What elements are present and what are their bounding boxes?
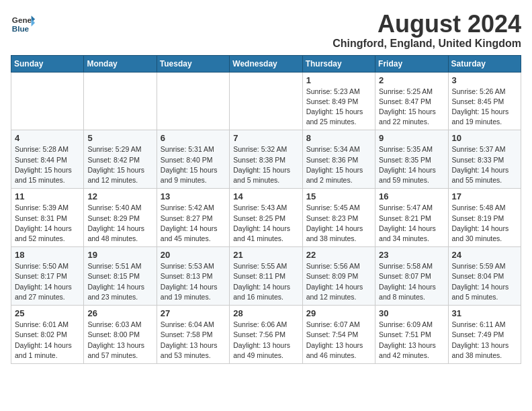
location-subtitle: Chingford, England, United Kingdom bbox=[332, 38, 521, 50]
calendar-cell: 6Sunrise: 5:31 AM Sunset: 8:40 PM Daylig… bbox=[157, 130, 229, 189]
day-info: Sunrise: 5:56 AM Sunset: 8:09 PM Dayligh… bbox=[306, 261, 371, 302]
day-number: 17 bbox=[452, 191, 517, 201]
calendar-cell: 24Sunrise: 5:59 AM Sunset: 8:04 PM Dayli… bbox=[448, 247, 521, 306]
day-number: 24 bbox=[452, 250, 517, 260]
day-info: Sunrise: 5:23 AM Sunset: 8:49 PM Dayligh… bbox=[306, 87, 371, 128]
calendar-cell: 12Sunrise: 5:40 AM Sunset: 8:29 PM Dayli… bbox=[84, 189, 157, 247]
day-number: 20 bbox=[161, 250, 226, 260]
week-row-5: 25Sunrise: 6:01 AM Sunset: 8:02 PM Dayli… bbox=[11, 306, 521, 364]
day-number: 13 bbox=[161, 191, 226, 201]
logo-icon: General Blue bbox=[11, 11, 35, 35]
day-info: Sunrise: 6:04 AM Sunset: 7:58 PM Dayligh… bbox=[161, 320, 226, 361]
calendar-cell: 13Sunrise: 5:42 AM Sunset: 8:27 PM Dayli… bbox=[157, 189, 229, 247]
title-block: August 2024 Chingford, England, United K… bbox=[332, 11, 521, 50]
calendar-cell: 4Sunrise: 5:28 AM Sunset: 8:44 PM Daylig… bbox=[11, 130, 84, 189]
calendar-cell: 1Sunrise: 5:23 AM Sunset: 8:49 PM Daylig… bbox=[302, 72, 375, 130]
day-number: 12 bbox=[87, 191, 152, 201]
day-info: Sunrise: 5:39 AM Sunset: 8:31 PM Dayligh… bbox=[15, 203, 80, 244]
calendar-cell: 17Sunrise: 5:48 AM Sunset: 8:19 PM Dayli… bbox=[448, 189, 521, 247]
calendar-cell: 20Sunrise: 5:53 AM Sunset: 8:13 PM Dayli… bbox=[157, 247, 229, 306]
day-number: 19 bbox=[87, 250, 152, 260]
calendar-cell: 7Sunrise: 5:32 AM Sunset: 8:38 PM Daylig… bbox=[230, 130, 302, 189]
svg-text:Blue: Blue bbox=[12, 24, 30, 33]
calendar-cell: 27Sunrise: 6:04 AM Sunset: 7:58 PM Dayli… bbox=[157, 306, 229, 364]
day-number: 27 bbox=[161, 308, 226, 318]
day-info: Sunrise: 5:42 AM Sunset: 8:27 PM Dayligh… bbox=[161, 203, 226, 244]
day-info: Sunrise: 5:50 AM Sunset: 8:17 PM Dayligh… bbox=[15, 261, 80, 302]
calendar-cell: 14Sunrise: 5:43 AM Sunset: 8:25 PM Dayli… bbox=[230, 189, 302, 247]
day-number: 8 bbox=[306, 133, 371, 143]
calendar-cell: 10Sunrise: 5:37 AM Sunset: 8:33 PM Dayli… bbox=[448, 130, 521, 189]
day-info: Sunrise: 5:35 AM Sunset: 8:35 PM Dayligh… bbox=[379, 144, 444, 185]
day-info: Sunrise: 5:45 AM Sunset: 8:23 PM Dayligh… bbox=[306, 203, 371, 244]
day-info: Sunrise: 5:29 AM Sunset: 8:42 PM Dayligh… bbox=[87, 144, 152, 185]
column-header-row: SundayMondayTuesdayWednesdayThursdayFrid… bbox=[11, 55, 521, 72]
day-info: Sunrise: 6:06 AM Sunset: 7:56 PM Dayligh… bbox=[233, 320, 298, 361]
day-number: 11 bbox=[15, 191, 80, 201]
day-info: Sunrise: 5:55 AM Sunset: 8:11 PM Dayligh… bbox=[233, 261, 298, 302]
calendar-cell: 30Sunrise: 6:09 AM Sunset: 7:51 PM Dayli… bbox=[375, 306, 448, 364]
day-number: 5 bbox=[87, 133, 152, 143]
day-info: Sunrise: 5:28 AM Sunset: 8:44 PM Dayligh… bbox=[15, 144, 80, 185]
day-info: Sunrise: 5:40 AM Sunset: 8:29 PM Dayligh… bbox=[87, 203, 152, 244]
col-header-monday: Monday bbox=[84, 55, 157, 72]
col-header-thursday: Thursday bbox=[302, 55, 375, 72]
calendar-table: SundayMondayTuesdayWednesdayThursdayFrid… bbox=[11, 55, 521, 364]
day-info: Sunrise: 5:53 AM Sunset: 8:13 PM Dayligh… bbox=[161, 261, 226, 302]
calendar-cell: 11Sunrise: 5:39 AM Sunset: 8:31 PM Dayli… bbox=[11, 189, 84, 247]
day-number: 3 bbox=[452, 75, 517, 85]
calendar-cell: 29Sunrise: 6:07 AM Sunset: 7:54 PM Dayli… bbox=[302, 306, 375, 364]
day-info: Sunrise: 5:47 AM Sunset: 8:21 PM Dayligh… bbox=[379, 203, 444, 244]
day-number: 26 bbox=[87, 308, 152, 318]
calendar-cell: 2Sunrise: 5:25 AM Sunset: 8:47 PM Daylig… bbox=[375, 72, 448, 130]
day-info: Sunrise: 5:59 AM Sunset: 8:04 PM Dayligh… bbox=[452, 261, 517, 302]
day-number: 6 bbox=[161, 133, 226, 143]
day-number: 22 bbox=[306, 250, 371, 260]
calendar-cell: 5Sunrise: 5:29 AM Sunset: 8:42 PM Daylig… bbox=[84, 130, 157, 189]
day-info: Sunrise: 5:37 AM Sunset: 8:33 PM Dayligh… bbox=[452, 144, 517, 185]
calendar-cell: 26Sunrise: 6:03 AM Sunset: 8:00 PM Dayli… bbox=[84, 306, 157, 364]
day-number: 7 bbox=[233, 133, 298, 143]
day-number: 31 bbox=[452, 308, 517, 318]
calendar-cell: 15Sunrise: 5:45 AM Sunset: 8:23 PM Dayli… bbox=[302, 189, 375, 247]
calendar-cell: 31Sunrise: 6:11 AM Sunset: 7:49 PM Dayli… bbox=[448, 306, 521, 364]
day-number: 16 bbox=[379, 191, 444, 201]
day-info: Sunrise: 5:26 AM Sunset: 8:45 PM Dayligh… bbox=[452, 87, 517, 128]
day-info: Sunrise: 6:09 AM Sunset: 7:51 PM Dayligh… bbox=[379, 320, 444, 361]
day-number: 25 bbox=[15, 308, 80, 318]
day-info: Sunrise: 5:32 AM Sunset: 8:38 PM Dayligh… bbox=[233, 144, 298, 185]
day-info: Sunrise: 6:07 AM Sunset: 7:54 PM Dayligh… bbox=[306, 320, 371, 361]
day-info: Sunrise: 5:48 AM Sunset: 8:19 PM Dayligh… bbox=[452, 203, 517, 244]
week-row-4: 18Sunrise: 5:50 AM Sunset: 8:17 PM Dayli… bbox=[11, 247, 521, 306]
week-row-3: 11Sunrise: 5:39 AM Sunset: 8:31 PM Dayli… bbox=[11, 189, 521, 247]
col-header-tuesday: Tuesday bbox=[157, 55, 229, 72]
calendar-cell bbox=[11, 72, 84, 130]
calendar-cell bbox=[157, 72, 229, 130]
day-number: 1 bbox=[306, 75, 371, 85]
calendar-cell: 18Sunrise: 5:50 AM Sunset: 8:17 PM Dayli… bbox=[11, 247, 84, 306]
day-number: 29 bbox=[306, 308, 371, 318]
page-header: General Blue August 2024 Chingford, Engl… bbox=[11, 11, 521, 50]
day-info: Sunrise: 6:11 AM Sunset: 7:49 PM Dayligh… bbox=[452, 320, 517, 361]
calendar-cell bbox=[230, 72, 302, 130]
day-number: 15 bbox=[306, 191, 371, 201]
calendar-cell: 9Sunrise: 5:35 AM Sunset: 8:35 PM Daylig… bbox=[375, 130, 448, 189]
day-number: 23 bbox=[379, 250, 444, 260]
calendar-cell: 19Sunrise: 5:51 AM Sunset: 8:15 PM Dayli… bbox=[84, 247, 157, 306]
day-number: 2 bbox=[379, 75, 444, 85]
col-header-saturday: Saturday bbox=[448, 55, 521, 72]
week-row-1: 1Sunrise: 5:23 AM Sunset: 8:49 PM Daylig… bbox=[11, 72, 521, 130]
day-number: 21 bbox=[233, 250, 298, 260]
day-info: Sunrise: 5:25 AM Sunset: 8:47 PM Dayligh… bbox=[379, 87, 444, 128]
calendar-cell: 25Sunrise: 6:01 AM Sunset: 8:02 PM Dayli… bbox=[11, 306, 84, 364]
calendar-cell bbox=[84, 72, 157, 130]
calendar-cell: 3Sunrise: 5:26 AM Sunset: 8:45 PM Daylig… bbox=[448, 72, 521, 130]
day-info: Sunrise: 6:03 AM Sunset: 8:00 PM Dayligh… bbox=[87, 320, 152, 361]
calendar-cell: 8Sunrise: 5:34 AM Sunset: 8:36 PM Daylig… bbox=[302, 130, 375, 189]
calendar-cell: 16Sunrise: 5:47 AM Sunset: 8:21 PM Dayli… bbox=[375, 189, 448, 247]
col-header-sunday: Sunday bbox=[11, 55, 84, 72]
week-row-2: 4Sunrise: 5:28 AM Sunset: 8:44 PM Daylig… bbox=[11, 130, 521, 189]
day-info: Sunrise: 5:58 AM Sunset: 8:07 PM Dayligh… bbox=[379, 261, 444, 302]
day-number: 4 bbox=[15, 133, 80, 143]
day-number: 10 bbox=[452, 133, 517, 143]
